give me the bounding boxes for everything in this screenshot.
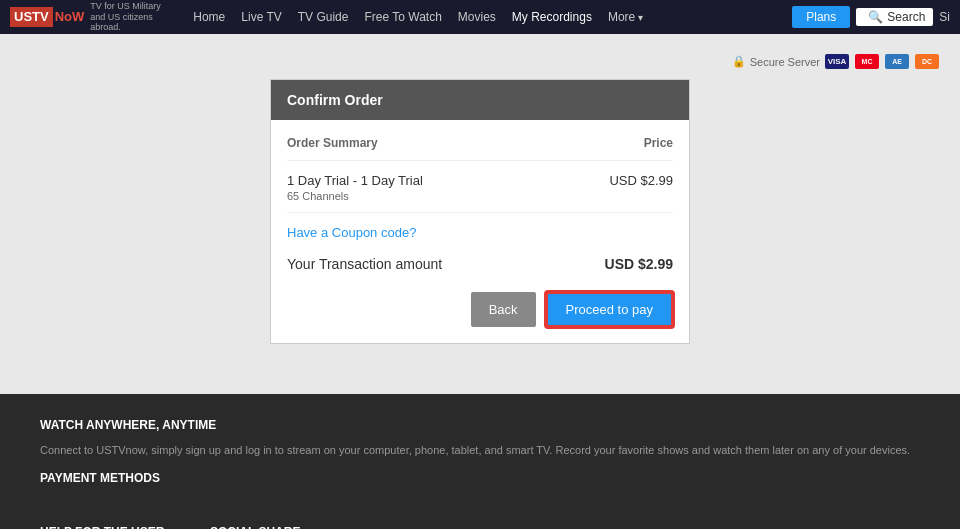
search-icon: 🔍 bbox=[868, 10, 883, 24]
chevron-down-icon: ▾ bbox=[638, 12, 643, 23]
logo-tagline: TV for US Military and US citizens abroa… bbox=[90, 1, 170, 33]
item-sub: 65 Channels bbox=[287, 190, 423, 202]
logo-ustv: USTV bbox=[10, 7, 53, 27]
transaction-amount: USD $2.99 bbox=[605, 256, 673, 272]
plans-button[interactable]: Plans bbox=[792, 6, 850, 28]
proceed-button[interactable]: Proceed to pay bbox=[546, 292, 673, 327]
back-button[interactable]: Back bbox=[471, 292, 536, 327]
watch-title: WATCH ANYWHERE, ANYTIME bbox=[40, 418, 910, 432]
mastercard-icon: MC bbox=[855, 54, 879, 69]
search-button[interactable]: 🔍 Search bbox=[856, 8, 933, 26]
coupon-link[interactable]: Have a Coupon code? bbox=[287, 225, 673, 240]
watch-text: Connect to USTVnow, simply sign up and l… bbox=[40, 442, 910, 459]
nav-more[interactable]: More ▾ bbox=[608, 10, 643, 24]
amex-icon: AE bbox=[885, 54, 909, 69]
order-summary-header: Order Summary Price bbox=[287, 136, 673, 161]
logo-now: NoW bbox=[55, 9, 85, 24]
navbar: USTV NoW TV for US Military and US citiz… bbox=[0, 0, 960, 34]
nav-right: Plans 🔍 Search Si bbox=[792, 6, 950, 28]
visa-icon: VISA bbox=[825, 54, 849, 69]
order-header: Confirm Order bbox=[271, 80, 689, 120]
item-details: 1 Day Trial - 1 Day Trial 65 Channels bbox=[287, 173, 423, 202]
action-row: Back Proceed to pay bbox=[287, 292, 673, 327]
footer: WATCH ANYWHERE, ANYTIME Connect to USTVn… bbox=[0, 394, 960, 529]
social-title: SOCIAL SHARE bbox=[210, 525, 354, 530]
help-title: HELP FOR THE USER bbox=[40, 525, 180, 530]
nav-home[interactable]: Home bbox=[193, 6, 225, 28]
footer-help: HELP FOR THE USER Help FAQ Ways to watch… bbox=[40, 525, 180, 530]
secure-bar: 🔒 Secure Server VISA MC AE DC bbox=[20, 54, 940, 69]
secure-label: Secure Server bbox=[750, 56, 820, 68]
transaction-row: Your Transaction amount USD $2.99 bbox=[287, 256, 673, 272]
order-item-row: 1 Day Trial - 1 Day Trial 65 Channels US… bbox=[287, 173, 673, 213]
item-price: USD $2.99 bbox=[609, 173, 673, 202]
main-content: 🔒 Secure Server VISA MC AE DC Confirm Or… bbox=[0, 34, 960, 394]
footer-watch: WATCH ANYWHERE, ANYTIME Connect to USTVn… bbox=[40, 418, 910, 495]
signin-link[interactable]: Si bbox=[939, 10, 950, 24]
nav-tvguide[interactable]: TV Guide bbox=[298, 6, 349, 28]
nav-myrecordings[interactable]: My Recordings bbox=[512, 6, 592, 28]
nav-livetv[interactable]: Live TV bbox=[241, 6, 281, 28]
order-body: Order Summary Price 1 Day Trial - 1 Day … bbox=[271, 120, 689, 343]
order-box: Confirm Order Order Summary Price 1 Day … bbox=[270, 79, 690, 344]
discover-icon: DC bbox=[915, 54, 939, 69]
nav-links: Home Live TV TV Guide Free To Watch Movi… bbox=[185, 6, 792, 28]
price-label: Price bbox=[644, 136, 673, 150]
order-title: Confirm Order bbox=[287, 92, 383, 108]
footer-social: SOCIAL SHARE 🐦 Tweet CONNECT WITH US f t… bbox=[210, 525, 354, 530]
logo[interactable]: USTV NoW TV for US Military and US citiz… bbox=[10, 1, 170, 33]
nav-movies[interactable]: Movies bbox=[458, 6, 496, 28]
lock-icon: 🔒 bbox=[732, 55, 746, 68]
nav-freetowatch[interactable]: Free To Watch bbox=[364, 6, 441, 28]
transaction-label: Your Transaction amount bbox=[287, 256, 442, 272]
summary-label: Order Summary bbox=[287, 136, 378, 150]
payment-title: PAYMENT METHODS bbox=[40, 471, 910, 485]
item-name: 1 Day Trial - 1 Day Trial bbox=[287, 173, 423, 188]
